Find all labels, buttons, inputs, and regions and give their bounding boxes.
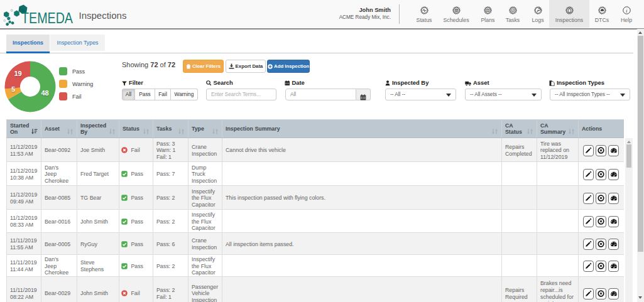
svg-text:i: i <box>626 8 628 14</box>
svg-text:TEMEDA: TEMEDA <box>21 10 74 26</box>
